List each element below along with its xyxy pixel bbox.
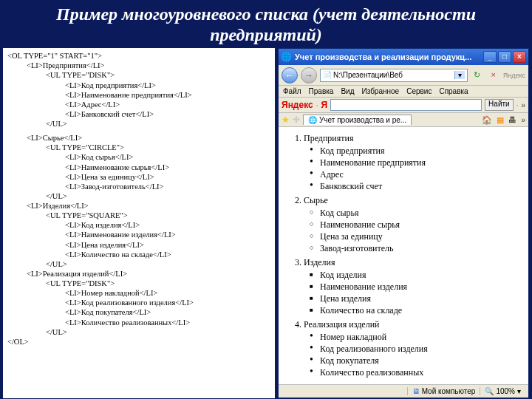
code-line: </UL> [46, 119, 270, 129]
slide-title: Пример многоуровневого списка (учет деят… [0, 0, 532, 48]
tab-bar: ★ ✚ 🌐 Учет производства и ре... 🏠 ▦ 🖶 » [279, 113, 528, 127]
list-item: Завод-изготовитель [320, 243, 521, 254]
code-line: <LI>Код предприятия</LI> [65, 81, 270, 90]
ie-tab-icon: 🌐 [308, 116, 317, 124]
maximize-button[interactable]: □ [498, 51, 511, 63]
folder-icon: 📄 [323, 71, 332, 79]
list-item: Код покупателя [320, 355, 521, 366]
code-line: <LI>Адрес</LI> [65, 100, 270, 109]
list-title: Реализация изделий [304, 319, 379, 330]
search-provider: Яндекс [503, 72, 525, 79]
code-line: <UL TYPE="SQUARE"> [46, 211, 270, 220]
list-item: Сырье Код сырья Наименование сырья Цена … [304, 195, 521, 254]
code-line: <LI>Изделия</LI> [27, 201, 270, 211]
favorites-star-icon[interactable]: ★ [282, 115, 290, 125]
list-item: Код изделия [320, 270, 521, 281]
yandex-search-input[interactable] [330, 99, 482, 111]
code-line: <LI>Банковский счет</LI> [65, 109, 270, 119]
sublist: Код сырья Наименование сырья Цена за еди… [304, 208, 521, 254]
code-line: </OL> [7, 337, 270, 347]
browser-window: 🌐 Учет производства и реализации продукц… [278, 48, 529, 398]
menu-edit[interactable]: Правка [309, 87, 334, 95]
yandex-toolbar: Яндекс · Я Найти · » [279, 98, 528, 113]
sublist: Код предприятия Наименование предприятия… [304, 146, 521, 192]
list-item: Количество на складе [320, 305, 521, 316]
forward-button[interactable]: → [301, 67, 317, 83]
back-button[interactable]: ← [282, 67, 298, 83]
close-button[interactable]: × [513, 51, 526, 63]
browser-tab[interactable]: 🌐 Учет производства и ре... [303, 115, 412, 125]
content-row: <OL TYPE="1" START="1"> <LI>Предприятия<… [0, 48, 532, 399]
code-line: <LI>Номер накладной</LI> [65, 288, 270, 298]
menu-view[interactable]: Вид [341, 87, 354, 95]
computer-icon: 🖥 [412, 387, 420, 395]
code-line: <UL TYPE="CIRCLE"> [46, 143, 270, 152]
ya-icon: Я [321, 100, 327, 110]
list-item: Код предприятия [320, 146, 521, 157]
zoom-value: 100% [496, 387, 515, 395]
sublist: Код изделия Наименование изделия Цена из… [304, 270, 521, 316]
list-item: Номер накладной [320, 332, 521, 343]
code-line: <LI>Реализация изделий</LI> [27, 269, 270, 279]
ie-icon: 🌐 [281, 52, 292, 62]
add-favorites-icon[interactable]: ✚ [293, 115, 300, 125]
list-item: Наименование предприятия [320, 157, 521, 168]
list-item: Реализация изделий Номер накладной Код р… [304, 319, 521, 378]
page-content: Предприятия Код предприятия Наименование… [279, 127, 528, 384]
list-item: Цена за единицу [320, 231, 521, 242]
code-line: <LI>Код сырья</LI> [65, 152, 270, 162]
minimize-button[interactable]: _ [483, 51, 497, 63]
titlebar[interactable]: 🌐 Учет производства и реализации продукц… [279, 49, 528, 65]
list-title: Предприятия [304, 133, 354, 143]
list-title: Изделия [304, 257, 335, 267]
list-item: Банковский счет [320, 181, 521, 192]
code-line: <LI>Цена за единицу</LI> [65, 172, 270, 182]
menu-bar: Файл Правка Вид Избранное Сервис Справка [279, 86, 528, 98]
code-panel: <OL TYPE="1" START="1"> <LI>Предприятия<… [3, 48, 275, 398]
rss-icon[interactable]: ▦ [497, 115, 504, 125]
sublist: Номер накладной Код реализованного издел… [304, 332, 521, 378]
list-item: Предприятия Код предприятия Наименование… [304, 133, 521, 192]
list-item: Адрес [320, 169, 521, 180]
menu-favorites[interactable]: Избранное [361, 87, 399, 95]
home-icon[interactable]: 🏠 [482, 115, 492, 125]
menu-file[interactable]: Файл [283, 87, 301, 95]
code-line: <LI>Завод-изготовитель</LI> [65, 182, 270, 191]
refresh-button[interactable]: ↻ [471, 69, 484, 82]
code-line: <LI>Код реализованного изделия</LI> [65, 298, 270, 307]
list-item: Наименование сырья [320, 219, 521, 231]
status-bar: 🖥 Мой компьютер 🔍 100% ▾ [279, 384, 528, 398]
list-item: Количество реализованных [320, 367, 521, 378]
security-zone: 🖥 Мой компьютер [407, 387, 480, 395]
address-dropdown[interactable]: ▾ [454, 71, 465, 79]
chevron-right-icon[interactable]: » [521, 116, 525, 124]
code-line: <LI>Цена изделия</LI> [65, 240, 270, 250]
code-line: <LI>Наименование сырья</LI> [65, 163, 270, 172]
address-bar: ← → 📄 N:\Презентации\Веб ▾ ↻ × Яндекс [279, 65, 528, 86]
code-line: <LI>Код покупателя</LI> [65, 307, 270, 317]
chevron-down-icon: ▾ [517, 387, 521, 395]
list-title: Сырье [304, 195, 328, 205]
code-line: <UL TYPE="DISK"> [46, 279, 270, 288]
yandex-logo: Яндекс [282, 100, 313, 110]
list-item: Код сырья [320, 208, 521, 219]
code-line: <LI>Предприятия</LI> [27, 61, 270, 70]
list-item: Код реализованного изделия [320, 344, 521, 355]
code-line: <LI>Количество на складе</LI> [65, 250, 270, 259]
code-line: <LI>Количество реализованных</LI> [65, 318, 270, 327]
chevron-right-icon[interactable]: » [521, 101, 525, 109]
code-line: <LI>Наименование изделия</LI> [65, 230, 270, 239]
menu-help[interactable]: Справка [439, 87, 468, 95]
window-title: Учет производства и реализации продукц..… [295, 52, 471, 61]
yandex-search-button[interactable]: Найти [485, 99, 514, 111]
stop-button[interactable]: × [487, 69, 500, 82]
tab-title: Учет производства и ре... [319, 116, 406, 124]
print-icon[interactable]: 🖶 [508, 115, 516, 124]
address-input[interactable]: 📄 N:\Презентации\Веб ▾ [320, 69, 468, 82]
zoom-control[interactable]: 🔍 100% ▾ [480, 387, 525, 395]
menu-tools[interactable]: Сервис [406, 87, 432, 95]
code-line: </UL> [46, 327, 270, 337]
list-item: Изделия Код изделия Наименование изделия… [304, 257, 521, 316]
list-item: Цена изделия [320, 293, 521, 304]
address-text: N:\Презентации\Веб [333, 71, 403, 79]
